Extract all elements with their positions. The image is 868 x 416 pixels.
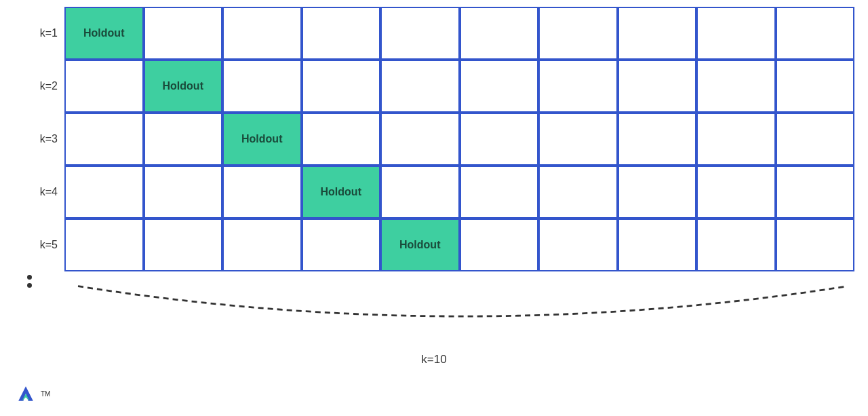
logo-area: TM	[14, 381, 50, 406]
logo-tm: TM	[41, 390, 50, 398]
row-cells-1: Holdout	[64, 7, 854, 60]
k10-label: k=10	[0, 353, 868, 366]
cell-row1-col6	[460, 7, 539, 60]
cell-row3-col1	[64, 113, 144, 166]
main-container: k=1Holdoutk=2Holdoutk=3Holdoutk=4Holdout…	[0, 0, 868, 416]
cell-row5-col5: Holdout	[380, 219, 460, 271]
cell-row2-col6	[460, 60, 539, 113]
cell-row1-col2	[144, 7, 223, 60]
cell-row2-col5	[380, 60, 460, 113]
row-cells-3: Holdout	[64, 113, 854, 166]
cell-row4-col5	[380, 166, 460, 219]
row-label-1: k=1	[27, 27, 64, 39]
cell-row3-col10	[776, 113, 855, 166]
cell-row1-col9	[696, 7, 776, 60]
cell-row5-col9	[696, 219, 776, 271]
cell-row3-col2	[144, 113, 223, 166]
cell-row4-col1	[64, 166, 144, 219]
cell-row4-col10	[776, 166, 855, 219]
cell-row5-col8	[618, 219, 697, 271]
cell-row5-col4	[302, 219, 381, 271]
cell-row2-col8	[618, 60, 697, 113]
row-label-2: k=2	[27, 80, 64, 92]
cell-row4-col2	[144, 166, 223, 219]
cell-row1-col8	[618, 7, 697, 60]
cell-row5-col1	[64, 219, 144, 271]
cell-row2-col7	[538, 60, 618, 113]
cell-row2-col4	[302, 60, 381, 113]
cell-row2-col3	[222, 60, 302, 113]
cell-row3-col7	[538, 113, 618, 166]
dot-1	[27, 275, 32, 280]
row-cells-5: Holdout	[64, 219, 854, 271]
grid-row-4: k=4Holdout	[27, 166, 854, 219]
grid-row-1: k=1Holdout	[27, 7, 854, 60]
cell-row4-col3	[222, 166, 302, 219]
cell-row4-col6	[460, 166, 539, 219]
cell-row5-col10	[776, 219, 855, 271]
dots-area	[27, 275, 32, 288]
row-cells-4: Holdout	[64, 166, 854, 219]
cell-row1-col3	[222, 7, 302, 60]
cell-row4-col7	[538, 166, 618, 219]
cell-row4-col4: Holdout	[302, 166, 381, 219]
cell-row5-col3	[222, 219, 302, 271]
logo-icon	[14, 381, 38, 406]
cell-row3-col9	[696, 113, 776, 166]
cell-row3-col3: Holdout	[222, 113, 302, 166]
cell-row4-col9	[696, 166, 776, 219]
cell-row1-col7	[538, 7, 618, 60]
grid-area: k=1Holdoutk=2Holdoutk=3Holdoutk=4Holdout…	[27, 7, 854, 271]
cell-row3-col8	[618, 113, 697, 166]
cell-row2-col9	[696, 60, 776, 113]
cell-row2-col10	[776, 60, 855, 113]
cell-row5-col2	[144, 219, 223, 271]
row-label-4: k=4	[27, 186, 64, 198]
dot-2	[27, 283, 32, 288]
dashed-curve	[71, 275, 854, 343]
row-cells-2: Holdout	[64, 60, 854, 113]
cell-row3-col6	[460, 113, 539, 166]
grid-row-2: k=2Holdout	[27, 60, 854, 113]
cell-row1-col1: Holdout	[64, 7, 144, 60]
cell-row1-col5	[380, 7, 460, 60]
cell-row2-col1	[64, 60, 144, 113]
cell-row5-col7	[538, 219, 618, 271]
cell-row2-col2: Holdout	[144, 60, 223, 113]
cell-row3-col5	[380, 113, 460, 166]
cell-row3-col4	[302, 113, 381, 166]
cell-row1-col10	[776, 7, 855, 60]
cell-row1-col4	[302, 7, 381, 60]
grid-row-5: k=5Holdout	[27, 219, 854, 271]
row-label-5: k=5	[27, 239, 64, 251]
row-label-3: k=3	[27, 133, 64, 145]
grid-row-3: k=3Holdout	[27, 113, 854, 166]
cell-row5-col6	[460, 219, 539, 271]
cell-row4-col8	[618, 166, 697, 219]
